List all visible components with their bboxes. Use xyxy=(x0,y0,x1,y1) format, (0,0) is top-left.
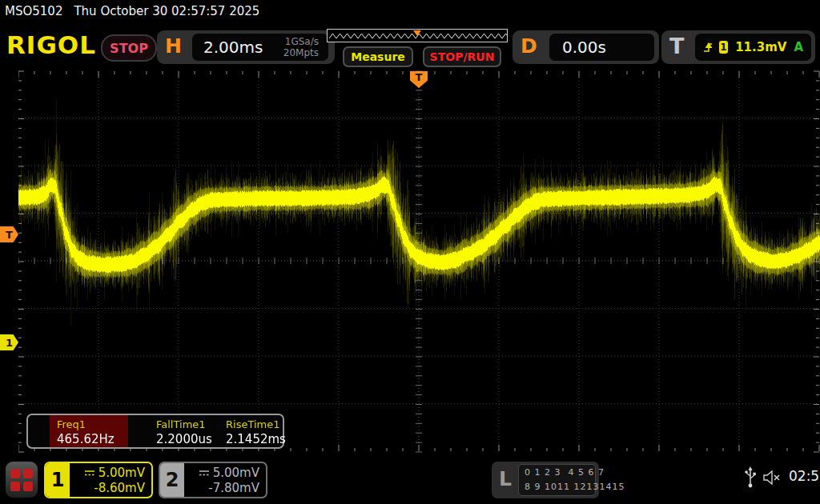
measurement-value: 2.1452ms xyxy=(226,432,286,447)
measurement-freq1[interactable]: Freq1 465.62Hz xyxy=(57,417,115,447)
channel2-block[interactable]: 2 5.00mV -7.80mV xyxy=(159,462,267,498)
measurement-results-panel[interactable]: Freq1 465.62Hz FallTime1 2.2000us RiseTi… xyxy=(26,414,284,449)
clock: 02:57 xyxy=(789,468,820,484)
measurement-name: RiseTime1 xyxy=(226,417,286,432)
stoprun-button[interactable]: STOP/RUN xyxy=(423,46,501,67)
dc-coupling-icon xyxy=(199,470,209,477)
logic-row2: 8 9 1011 12131415 xyxy=(525,480,595,494)
oscilloscope-screen: MSO5102Thu October 30 02:57:57 2025 RIGO… xyxy=(0,0,820,504)
measurement-name: Freq1 xyxy=(57,417,115,432)
channel1-scale: 5.00mV xyxy=(98,466,145,480)
dc-coupling-icon xyxy=(85,470,94,477)
logic-row1: 0 1 2 3 4 5 6 7 xyxy=(525,466,595,480)
measurement-risetime1[interactable]: RiseTime1 2.1452ms xyxy=(226,417,286,447)
measurement-value: 465.62Hz xyxy=(57,432,115,447)
delay-label: D xyxy=(521,34,537,58)
channel1-offset-marker[interactable]: 1 xyxy=(0,334,18,350)
titlebar: MSO5102Thu October 30 02:57:57 2025 xyxy=(5,4,259,18)
horizontal-label: H xyxy=(165,34,182,58)
sample-rate: 1GSa/s xyxy=(285,36,319,47)
channel2-tab[interactable]: 2 xyxy=(160,463,184,497)
header: RIGOL STOP H 2.00ms 1GSa/s 20Mpts Measur… xyxy=(0,24,820,69)
channel1-tab[interactable]: 1 xyxy=(46,463,70,497)
delay-block[interactable]: D 0.00s xyxy=(512,30,659,64)
waveform-memory-bar[interactable] xyxy=(327,29,508,42)
measurement-value: 2.2000us xyxy=(156,432,212,447)
trigger-level-value: 11.3mV xyxy=(735,40,786,54)
delay-value: 0.00s xyxy=(562,38,606,57)
usb-icon xyxy=(744,466,757,489)
trigger-label: T xyxy=(669,34,684,58)
channel1-offset: -8.60mV xyxy=(70,481,145,496)
bottom-bar: 1 5.00mV -8.60mV 2 5.00mV xyxy=(0,458,820,504)
trigger-slope-icon xyxy=(703,41,712,54)
speaker-muted-icon xyxy=(763,470,784,486)
datetime: Thu October 30 02:57:57 2025 xyxy=(74,4,259,18)
channel1-block[interactable]: 1 5.00mV -8.60mV xyxy=(44,462,153,498)
grid-menu-icon[interactable] xyxy=(6,462,38,498)
channel2-offset: -7.80mV xyxy=(184,481,259,496)
measurement-falltime1[interactable]: FallTime1 2.2000us xyxy=(156,417,212,447)
measure-button[interactable]: Measure xyxy=(343,46,413,67)
mem-depth: 20Mpts xyxy=(283,47,319,58)
run-state-badge: STOP xyxy=(101,34,157,62)
trigger-source-badge: 1 xyxy=(719,41,728,54)
logic-label: L xyxy=(499,467,512,490)
horizontal-settings-block[interactable]: H 2.00ms 1GSa/s 20Mpts xyxy=(157,30,335,64)
rigol-logo: RIGOL xyxy=(6,30,96,59)
model-name: MSO5102 xyxy=(5,4,62,18)
channel2-scale: 5.00mV xyxy=(213,466,259,480)
timebase-value: 2.00ms xyxy=(203,38,263,57)
trigger-block[interactable]: T 1 11.3mV A xyxy=(661,30,815,64)
sample-rate-memdepth: 1GSa/s 20Mpts xyxy=(283,36,319,58)
memory-position-marker-icon[interactable] xyxy=(413,30,421,36)
measurement-name: FallTime1 xyxy=(156,417,212,432)
channel1-waveform xyxy=(18,70,820,453)
logic-channels-block[interactable]: L 0 1 2 3 4 5 6 7 8 9 1011 12131415 xyxy=(492,462,599,498)
trigger-sweep-mode: A xyxy=(794,40,803,54)
trigger-level-marker[interactable]: T xyxy=(0,226,18,242)
